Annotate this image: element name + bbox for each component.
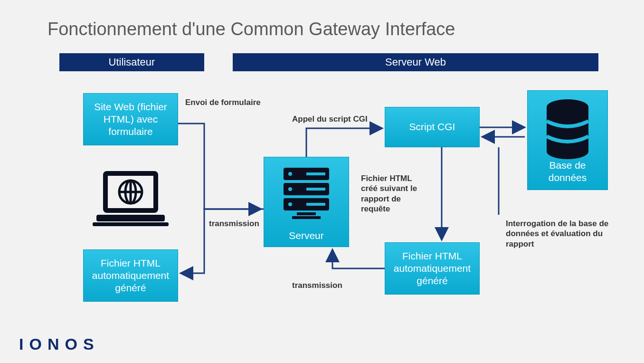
box-server: Serveur: [264, 157, 349, 247]
svg-rect-15: [96, 215, 165, 221]
box-database: Base de données: [527, 90, 608, 190]
svg-rect-6: [306, 172, 325, 175]
header-server: Serveur Web: [233, 53, 598, 71]
database-icon: [528, 98, 607, 160]
header-user: Utilisateur: [59, 53, 204, 71]
diagram-stage: Fonctionnement d'une Common Gateway Inte…: [0, 0, 644, 363]
svg-point-5: [288, 172, 292, 176]
svg-rect-8: [306, 188, 325, 191]
server-icon: [264, 164, 349, 221]
svg-rect-10: [306, 203, 325, 206]
page-title: Fonctionnement d'une Common Gateway Inte…: [47, 19, 455, 39]
brand-logo: IONOS: [19, 335, 100, 353]
ann-send-form: Envoi de formulaire: [185, 97, 261, 107]
ann-transmission-1: transmission: [209, 219, 259, 229]
ann-query-db: Interrogation de la base de données et é…: [506, 219, 620, 249]
ann-html-created: Fichier HTML créé suivant le rapport de …: [361, 173, 427, 214]
laptop-web-icon: [93, 166, 169, 235]
ann-transmission-2: transmission: [292, 280, 342, 290]
box-database-label: Base de données: [530, 159, 605, 184]
box-script-cgi: Script CGI: [385, 107, 480, 147]
svg-rect-3: [297, 212, 316, 215]
svg-point-13: [547, 144, 588, 159]
box-site-form: Site Web (fichier HTML) avec formulaire: [83, 93, 178, 145]
svg-rect-4: [292, 216, 321, 219]
svg-rect-16: [93, 222, 169, 226]
svg-point-9: [288, 202, 292, 206]
ann-call-cgi: Appel du script CGI: [292, 114, 368, 124]
box-file-server: Fichier HTML automatiquement généré: [385, 242, 480, 295]
box-file-user: Fichier HTML automatiquement généré: [83, 249, 178, 302]
svg-point-7: [288, 187, 292, 191]
box-server-label: Serveur: [289, 229, 324, 242]
